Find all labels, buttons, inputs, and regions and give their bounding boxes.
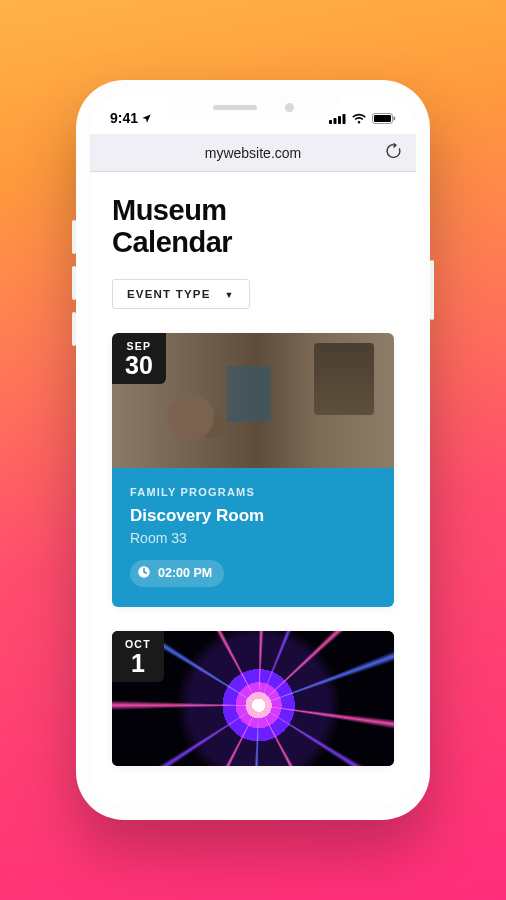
event-room: Room 33 — [130, 530, 376, 546]
event-type-filter[interactable]: EVENT TYPE ▼ — [112, 279, 250, 309]
clock-icon — [137, 565, 151, 582]
browser-address-bar[interactable]: mywebsite.com — [90, 134, 416, 172]
event-image: SEP 30 — [112, 333, 394, 468]
event-card[interactable]: OCT 1 — [112, 631, 394, 766]
page-title: Museum Calendar — [112, 194, 394, 259]
svg-rect-3 — [343, 114, 346, 124]
event-category: FAMILY PROGRAMS — [130, 486, 376, 498]
event-card[interactable]: SEP 30 FAMILY PROGRAMS Discovery Room Ro… — [112, 333, 394, 607]
event-day: 30 — [125, 353, 153, 378]
battery-icon — [372, 113, 396, 124]
svg-rect-5 — [374, 115, 391, 122]
event-date-badge: SEP 30 — [112, 333, 166, 384]
event-body: FAMILY PROGRAMS Discovery Room Room 33 0… — [112, 468, 394, 607]
event-time-chip: 02:00 PM — [130, 560, 224, 587]
filter-label: EVENT TYPE — [127, 288, 211, 300]
phone-screen: 9:41 mywebsite.com — [90, 94, 416, 806]
event-day: 1 — [125, 651, 151, 676]
phone-frame: 9:41 mywebsite.com — [76, 80, 430, 820]
event-date-badge: OCT 1 — [112, 631, 164, 682]
event-title: Discovery Room — [130, 506, 376, 526]
svg-rect-0 — [329, 120, 332, 124]
caret-down-icon: ▼ — [225, 290, 235, 300]
phone-notch — [168, 94, 338, 120]
reload-icon[interactable] — [385, 142, 402, 163]
event-time: 02:00 PM — [158, 566, 212, 580]
location-arrow-icon — [141, 113, 152, 124]
wifi-icon — [351, 113, 367, 124]
svg-rect-6 — [394, 116, 396, 120]
svg-rect-2 — [338, 116, 341, 124]
event-image: OCT 1 — [112, 631, 394, 766]
browser-url: mywebsite.com — [205, 145, 301, 161]
status-time: 9:41 — [110, 110, 138, 126]
svg-rect-1 — [334, 118, 337, 124]
page-content[interactable]: Museum Calendar EVENT TYPE ▼ SEP 30 FAMI… — [90, 172, 416, 806]
